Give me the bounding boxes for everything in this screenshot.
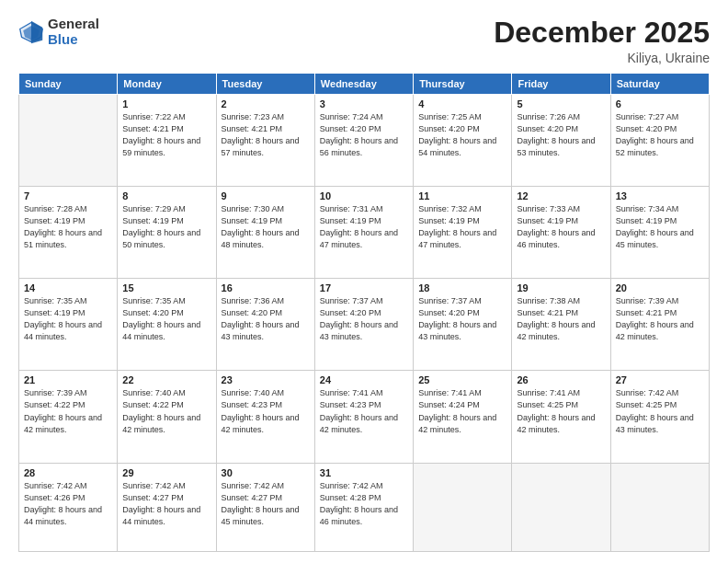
cell-info: Sunrise: 7:41 AM Sunset: 4:24 PM Dayligh… [418, 387, 506, 435]
table-cell: 10Sunrise: 7:31 AM Sunset: 4:19 PM Dayli… [314, 187, 413, 279]
table-cell: 22Sunrise: 7:40 AM Sunset: 4:22 PM Dayli… [118, 371, 216, 463]
cell-info: Sunrise: 7:31 AM Sunset: 4:19 PM Dayligh… [320, 203, 408, 251]
cell-info: Sunrise: 7:22 AM Sunset: 4:21 PM Dayligh… [122, 111, 210, 159]
cell-info: Sunrise: 7:34 AM Sunset: 4:19 PM Dayligh… [616, 203, 704, 251]
table-cell [512, 463, 610, 552]
cell-info: Sunrise: 7:37 AM Sunset: 4:20 PM Dayligh… [418, 295, 506, 343]
table-cell: 12Sunrise: 7:33 AM Sunset: 4:19 PM Dayli… [512, 187, 610, 279]
table-cell: 16Sunrise: 7:36 AM Sunset: 4:20 PM Dayli… [216, 279, 314, 371]
cell-info: Sunrise: 7:41 AM Sunset: 4:25 PM Dayligh… [517, 387, 605, 435]
cell-day-number: 20 [616, 282, 704, 293]
cell-day-number: 11 [418, 190, 506, 201]
cell-info: Sunrise: 7:25 AM Sunset: 4:20 PM Dayligh… [418, 111, 506, 159]
cell-day-number: 26 [517, 374, 605, 385]
cell-day-number: 12 [517, 190, 605, 201]
table-cell [19, 95, 118, 187]
cell-day-number: 9 [222, 190, 310, 201]
cell-day-number: 25 [418, 374, 506, 385]
cell-info: Sunrise: 7:35 AM Sunset: 4:19 PM Dayligh… [24, 295, 112, 343]
cell-info: Sunrise: 7:27 AM Sunset: 4:20 PM Dayligh… [616, 111, 704, 159]
cell-info: Sunrise: 7:40 AM Sunset: 4:23 PM Dayligh… [222, 387, 310, 435]
cell-day-number: 28 [24, 467, 112, 478]
table-cell: 4Sunrise: 7:25 AM Sunset: 4:20 PM Daylig… [414, 95, 512, 187]
col-thursday: Thursday [414, 74, 512, 95]
table-cell: 31Sunrise: 7:42 AM Sunset: 4:28 PM Dayli… [314, 463, 413, 552]
logo-general-text: General [48, 17, 99, 32]
cell-day-number: 1 [122, 98, 210, 109]
logo-text: General Blue [48, 17, 99, 47]
calendar-table: Sunday Monday Tuesday Wednesday Thursday… [18, 73, 710, 552]
cell-day-number: 18 [418, 282, 506, 293]
cell-info: Sunrise: 7:42 AM Sunset: 4:27 PM Dayligh… [222, 480, 310, 528]
table-cell: 19Sunrise: 7:38 AM Sunset: 4:21 PM Dayli… [512, 279, 610, 371]
table-cell: 17Sunrise: 7:37 AM Sunset: 4:20 PM Dayli… [314, 279, 413, 371]
table-cell: 13Sunrise: 7:34 AM Sunset: 4:19 PM Dayli… [610, 187, 709, 279]
calendar-header-row: Sunday Monday Tuesday Wednesday Thursday… [19, 74, 710, 95]
cell-info: Sunrise: 7:30 AM Sunset: 4:19 PM Dayligh… [222, 203, 310, 251]
table-cell: 1Sunrise: 7:22 AM Sunset: 4:21 PM Daylig… [118, 95, 216, 187]
table-cell: 25Sunrise: 7:41 AM Sunset: 4:24 PM Dayli… [414, 371, 512, 463]
cell-day-number: 27 [616, 374, 704, 385]
table-cell: 8Sunrise: 7:29 AM Sunset: 4:19 PM Daylig… [118, 187, 216, 279]
col-sunday: Sunday [19, 74, 118, 95]
col-saturday: Saturday [610, 74, 709, 95]
cell-info: Sunrise: 7:28 AM Sunset: 4:19 PM Dayligh… [24, 203, 112, 251]
cell-info: Sunrise: 7:39 AM Sunset: 4:21 PM Dayligh… [616, 295, 704, 343]
cell-day-number: 29 [122, 467, 210, 478]
table-cell: 24Sunrise: 7:41 AM Sunset: 4:23 PM Dayli… [314, 371, 413, 463]
logo-icon [18, 19, 44, 45]
table-cell: 9Sunrise: 7:30 AM Sunset: 4:19 PM Daylig… [216, 187, 314, 279]
title-block: December 2025 Kiliya, Ukraine [494, 17, 710, 65]
cell-info: Sunrise: 7:41 AM Sunset: 4:23 PM Dayligh… [320, 387, 408, 435]
table-cell: 3Sunrise: 7:24 AM Sunset: 4:20 PM Daylig… [314, 95, 413, 187]
logo: General Blue [18, 17, 99, 47]
cell-day-number: 24 [320, 374, 408, 385]
cell-day-number: 31 [320, 467, 408, 478]
col-friday: Friday [512, 74, 610, 95]
table-cell: 7Sunrise: 7:28 AM Sunset: 4:19 PM Daylig… [19, 187, 118, 279]
cell-info: Sunrise: 7:32 AM Sunset: 4:19 PM Dayligh… [418, 203, 506, 251]
cell-day-number: 22 [122, 374, 210, 385]
col-tuesday: Tuesday [216, 74, 314, 95]
cell-day-number: 13 [616, 190, 704, 201]
cell-info: Sunrise: 7:42 AM Sunset: 4:27 PM Dayligh… [122, 480, 210, 528]
header: General Blue December 2025 Kiliya, Ukrai… [18, 17, 710, 65]
cell-info: Sunrise: 7:40 AM Sunset: 4:22 PM Dayligh… [122, 387, 210, 435]
cell-info: Sunrise: 7:42 AM Sunset: 4:25 PM Dayligh… [616, 387, 704, 435]
cell-day-number: 10 [320, 190, 408, 201]
cell-day-number: 3 [320, 98, 408, 109]
table-cell: 30Sunrise: 7:42 AM Sunset: 4:27 PM Dayli… [216, 463, 314, 552]
table-cell [414, 463, 512, 552]
table-cell: 5Sunrise: 7:26 AM Sunset: 4:20 PM Daylig… [512, 95, 610, 187]
title-month: December 2025 [494, 17, 710, 49]
cell-day-number: 21 [24, 374, 112, 385]
page: General Blue December 2025 Kiliya, Ukrai… [0, 0, 728, 563]
col-wednesday: Wednesday [314, 74, 413, 95]
table-cell: 2Sunrise: 7:23 AM Sunset: 4:21 PM Daylig… [216, 95, 314, 187]
table-cell [610, 463, 709, 552]
table-cell: 21Sunrise: 7:39 AM Sunset: 4:22 PM Dayli… [19, 371, 118, 463]
cell-info: Sunrise: 7:26 AM Sunset: 4:20 PM Dayligh… [517, 111, 605, 159]
table-cell: 28Sunrise: 7:42 AM Sunset: 4:26 PM Dayli… [19, 463, 118, 552]
cell-day-number: 2 [222, 98, 310, 109]
cell-day-number: 17 [320, 282, 408, 293]
cell-info: Sunrise: 7:36 AM Sunset: 4:20 PM Dayligh… [222, 295, 310, 343]
cell-day-number: 16 [222, 282, 310, 293]
cell-info: Sunrise: 7:37 AM Sunset: 4:20 PM Dayligh… [320, 295, 408, 343]
table-cell: 15Sunrise: 7:35 AM Sunset: 4:20 PM Dayli… [118, 279, 216, 371]
logo-blue-text: Blue [48, 32, 99, 48]
table-cell: 20Sunrise: 7:39 AM Sunset: 4:21 PM Dayli… [610, 279, 709, 371]
cell-info: Sunrise: 7:42 AM Sunset: 4:26 PM Dayligh… [24, 480, 112, 528]
table-cell: 14Sunrise: 7:35 AM Sunset: 4:19 PM Dayli… [19, 279, 118, 371]
cell-info: Sunrise: 7:24 AM Sunset: 4:20 PM Dayligh… [320, 111, 408, 159]
title-location: Kiliya, Ukraine [494, 51, 710, 65]
cell-info: Sunrise: 7:29 AM Sunset: 4:19 PM Dayligh… [122, 203, 210, 251]
cell-info: Sunrise: 7:33 AM Sunset: 4:19 PM Dayligh… [517, 203, 605, 251]
cell-day-number: 7 [24, 190, 112, 201]
cell-day-number: 5 [517, 98, 605, 109]
cell-day-number: 8 [122, 190, 210, 201]
table-cell: 29Sunrise: 7:42 AM Sunset: 4:27 PM Dayli… [118, 463, 216, 552]
table-cell: 26Sunrise: 7:41 AM Sunset: 4:25 PM Dayli… [512, 371, 610, 463]
cell-info: Sunrise: 7:35 AM Sunset: 4:20 PM Dayligh… [122, 295, 210, 343]
cell-day-number: 23 [222, 374, 310, 385]
